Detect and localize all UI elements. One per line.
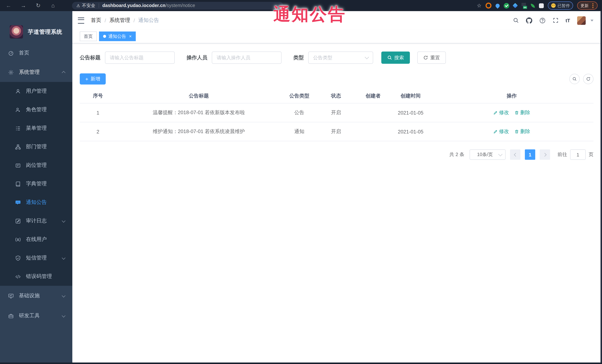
goto-page-input[interactable] <box>570 149 586 160</box>
book-icon <box>15 181 21 187</box>
sidebar-item-sms[interactable]: 短信管理 <box>0 249 72 267</box>
edit-link-label: 修改 <box>499 128 509 135</box>
extension-green-check-icon[interactable] <box>504 3 509 8</box>
breadcrumb-system: 系统管理 <box>109 17 130 24</box>
avatar-caret-icon[interactable] <box>591 20 593 21</box>
col-header-creator: 创建者 <box>355 93 391 99</box>
sidebar-item-infrastructure[interactable]: 基础设施 <box>0 286 72 306</box>
cell-no: 1 <box>80 110 116 115</box>
sidebar-item-system[interactable]: 系统管理 <box>0 63 72 82</box>
chevron-down-icon <box>365 55 369 59</box>
type-select[interactable]: 公告类型 <box>308 52 373 64</box>
page-scrollbar[interactable] <box>601 11 602 364</box>
tab-label: 首页 <box>84 33 93 40</box>
hamburger-icon[interactable] <box>78 17 84 23</box>
extension-orange-ring-icon[interactable] <box>485 3 492 9</box>
sidebar-item-label: 短信管理 <box>26 255 47 261</box>
search-button[interactable]: 搜索 <box>381 52 410 64</box>
notice-title-input[interactable] <box>105 52 175 64</box>
forward-icon[interactable]: → <box>19 0 27 11</box>
sidebar-item-audit-log[interactable]: 审计日志 <box>0 212 72 230</box>
back-icon[interactable]: ← <box>4 0 13 11</box>
delete-link[interactable]: 删除 <box>514 128 530 135</box>
sidebar-item-label: 系统管理 <box>19 69 40 76</box>
pagination: 共 2 条 10条/页 1 前往 页 <box>80 149 593 160</box>
screen: ← → ↻ ⌂ ⚠ 不安全 dashboard.yudao.iocoder.cn… <box>0 0 602 364</box>
sidebar-item-roles[interactable]: 角色管理 <box>0 100 72 119</box>
goto-label: 前往 <box>558 151 567 158</box>
edit-link[interactable]: 修改 <box>493 109 509 116</box>
cell-no: 2 <box>80 129 116 134</box>
font-size-icon[interactable]: tT <box>565 18 570 23</box>
hide-search-button[interactable] <box>569 74 580 84</box>
monitor-chart-icon <box>8 293 14 299</box>
url-bar[interactable]: ⚠ 不安全 dashboard.yudao.iocoder.cn /system… <box>72 2 283 10</box>
shield-check-icon <box>15 255 21 261</box>
breadcrumb-current: 通知公告 <box>138 17 159 24</box>
online-user-icon <box>15 237 21 242</box>
paused-chip[interactable]: 已暂停 <box>548 1 573 10</box>
type-label: 类型 <box>293 54 304 61</box>
reload-icon[interactable]: ↻ <box>34 0 42 11</box>
page-number-button[interactable]: 1 <box>525 149 535 160</box>
sidebar-item-label: 部门管理 <box>26 144 47 150</box>
table-row: 2 维护通知：2018-07-01 若依系统凌晨维护 通知 开启 2021-01… <box>80 122 593 141</box>
col-header-no: 序号 <box>80 93 116 99</box>
browser-menu-dots-icon[interactable] <box>592 5 593 6</box>
user-icon <box>15 88 21 94</box>
chevron-up-icon <box>62 71 65 75</box>
toolbox-icon <box>8 313 14 319</box>
tab-notice[interactable]: 通知公告 × <box>99 31 136 41</box>
sidebar-logo[interactable]: 芋道管理系统 <box>0 24 72 40</box>
next-page-button[interactable] <box>540 149 550 160</box>
sidebar-item-label: 研发工具 <box>19 312 40 319</box>
edit-link[interactable]: 修改 <box>493 128 509 135</box>
sidebar-item-label: 通知公告 <box>26 199 47 206</box>
extensions-puzzle-icon[interactable] <box>539 3 544 8</box>
sidebar-item-menus[interactable]: 菜单管理 <box>0 119 72 137</box>
cell-type: 通知 <box>281 128 317 135</box>
sidebar-item-dict[interactable]: 字典管理 <box>0 175 72 193</box>
sidebar-item-label: 在线用户 <box>26 236 47 243</box>
github-icon[interactable] <box>526 17 532 23</box>
update-button[interactable]: 更新 <box>577 1 598 10</box>
table-toolbar: + 新增 <box>80 73 593 84</box>
sidebar-item-posts[interactable]: 岗位管理 <box>0 156 72 175</box>
sidebar-item-label: 错误码管理 <box>26 273 52 280</box>
extension-switch-on-icon[interactable]: on <box>521 3 527 8</box>
extensions-cluster: ☆ on 已暂停 更新 <box>477 1 598 10</box>
reset-button[interactable]: 重置 <box>417 52 446 64</box>
home-icon[interactable]: ⌂ <box>49 0 57 11</box>
page-size-select[interactable]: 10条/页 <box>470 149 505 160</box>
breadcrumb-home[interactable]: 首页 <box>91 17 101 24</box>
sidebar-item-departments[interactable]: 部门管理 <box>0 137 72 156</box>
prev-page-button[interactable] <box>510 149 520 160</box>
fullscreen-icon[interactable] <box>552 17 559 23</box>
badge-icon <box>15 163 21 168</box>
sidebar-item-notice[interactable]: 通知公告 <box>0 193 72 212</box>
security-label[interactable]: 不安全 <box>82 2 95 9</box>
edit-link-label: 修改 <box>499 109 509 116</box>
search-icon[interactable] <box>513 17 519 23</box>
user-avatar[interactable] <box>577 16 586 25</box>
close-icon[interactable]: × <box>129 34 132 39</box>
sidebar-item-users[interactable]: 用户管理 <box>0 82 72 100</box>
cell-title: 温馨提醒：2018-07-01 若依新版本发布啦 <box>116 109 281 116</box>
sidebar-item-dev-tools[interactable]: 研发工具 <box>0 306 72 326</box>
extension-blue-diamond-icon[interactable] <box>513 3 518 8</box>
add-button[interactable]: + 新增 <box>80 73 106 84</box>
sidebar-item-home[interactable]: 首页 <box>0 43 72 63</box>
bookmark-star-icon[interactable]: ☆ <box>477 3 482 9</box>
extension-green-leaf-icon[interactable] <box>531 3 535 8</box>
delete-link[interactable]: 删除 <box>514 109 530 116</box>
cell-status[interactable]: 开启 <box>317 109 355 116</box>
sidebar-item-label: 岗位管理 <box>26 162 47 169</box>
tab-home[interactable]: 首页 <box>80 31 97 41</box>
refresh-button[interactable] <box>583 74 593 84</box>
cell-status[interactable]: 开启 <box>317 128 355 135</box>
extension-blue-pin-icon[interactable] <box>494 3 500 8</box>
sidebar-item-error-codes[interactable]: 错误码管理 <box>0 267 72 286</box>
sidebar-item-online-users[interactable]: 在线用户 <box>0 230 72 249</box>
operator-input[interactable] <box>212 52 281 64</box>
help-icon[interactable] <box>539 17 545 23</box>
